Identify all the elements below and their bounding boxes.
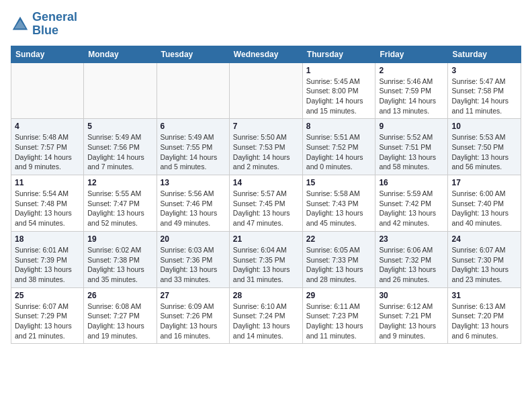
logo-text: General Blue	[32, 11, 77, 38]
day-info: Sunrise: 5:46 AMSunset: 7:59 PMDaylight:…	[379, 77, 444, 116]
col-header-monday: Monday	[84, 46, 157, 62]
day-info: Sunrise: 5:53 AMSunset: 7:50 PMDaylight:…	[451, 132, 517, 172]
day-info: Sunrise: 6:00 AMSunset: 7:40 PMDaylight:…	[451, 189, 517, 228]
col-header-friday: Friday	[375, 46, 448, 62]
day-info: Sunrise: 5:59 AMSunset: 7:42 PMDaylight:…	[379, 189, 444, 228]
col-header-thursday: Thursday	[302, 46, 375, 62]
calendar-day-cell: 26Sunrise: 6:08 AMSunset: 7:27 PMDayligh…	[84, 287, 157, 344]
day-info: Sunrise: 5:58 AMSunset: 7:43 PMDaylight:…	[306, 189, 372, 228]
calendar-day-cell: 31Sunrise: 6:13 AMSunset: 7:20 PMDayligh…	[448, 287, 521, 344]
calendar-day-cell: 25Sunrise: 6:07 AMSunset: 7:29 PMDayligh…	[11, 287, 84, 344]
day-number: 28	[233, 291, 299, 300]
calendar-day-cell: 3Sunrise: 5:47 AMSunset: 7:58 PMDaylight…	[448, 62, 521, 119]
calendar-day-cell: 30Sunrise: 6:12 AMSunset: 7:21 PMDayligh…	[375, 287, 448, 344]
col-header-tuesday: Tuesday	[157, 46, 229, 62]
day-info: Sunrise: 5:49 AMSunset: 7:55 PMDaylight:…	[161, 132, 226, 172]
logo-icon	[11, 15, 30, 34]
day-number: 31	[451, 291, 517, 300]
day-info: Sunrise: 5:55 AMSunset: 7:47 PMDaylight:…	[87, 189, 152, 228]
col-header-sunday: Sunday	[11, 46, 84, 62]
day-number: 7	[233, 122, 299, 131]
day-number: 1	[306, 66, 372, 75]
calendar-day-cell: 17Sunrise: 6:00 AMSunset: 7:40 PMDayligh…	[448, 175, 521, 232]
calendar-day-cell: 12Sunrise: 5:55 AMSunset: 7:47 PMDayligh…	[84, 175, 157, 232]
day-number: 14	[233, 178, 299, 187]
day-number: 6	[161, 122, 226, 131]
calendar-day-cell: 4Sunrise: 5:48 AMSunset: 7:57 PMDaylight…	[11, 119, 84, 175]
day-number: 13	[161, 178, 226, 187]
day-info: Sunrise: 6:13 AMSunset: 7:20 PMDaylight:…	[451, 302, 517, 341]
day-info: Sunrise: 6:07 AMSunset: 7:30 PMDaylight:…	[451, 245, 517, 285]
day-number: 20	[161, 234, 226, 244]
calendar-header-row: SundayMondayTuesdayWednesdayThursdayFrid…	[11, 46, 521, 62]
calendar-day-cell: 6Sunrise: 5:49 AMSunset: 7:55 PMDaylight…	[157, 119, 229, 175]
day-info: Sunrise: 6:10 AMSunset: 7:24 PMDaylight:…	[233, 302, 299, 341]
day-number: 10	[451, 122, 517, 131]
calendar-day-cell: 8Sunrise: 5:51 AMSunset: 7:52 PMDaylight…	[302, 119, 375, 175]
day-number: 22	[306, 234, 372, 244]
day-number: 4	[15, 122, 80, 131]
calendar-table: SundayMondayTuesdayWednesdayThursdayFrid…	[11, 46, 521, 345]
page-header: General Blue	[11, 11, 521, 38]
day-number: 16	[379, 178, 444, 187]
day-info: Sunrise: 5:54 AMSunset: 7:48 PMDaylight:…	[15, 189, 80, 228]
calendar-day-cell: 28Sunrise: 6:10 AMSunset: 7:24 PMDayligh…	[229, 287, 302, 344]
day-info: Sunrise: 5:57 AMSunset: 7:45 PMDaylight:…	[233, 189, 299, 228]
day-info: Sunrise: 6:04 AMSunset: 7:35 PMDaylight:…	[233, 245, 299, 285]
day-info: Sunrise: 6:06 AMSunset: 7:32 PMDaylight:…	[379, 245, 444, 285]
day-number: 17	[451, 178, 517, 187]
day-number: 18	[15, 234, 80, 244]
day-info: Sunrise: 6:01 AMSunset: 7:39 PMDaylight:…	[15, 245, 80, 285]
col-header-wednesday: Wednesday	[229, 46, 302, 62]
calendar-week-row: 25Sunrise: 6:07 AMSunset: 7:29 PMDayligh…	[11, 287, 521, 344]
calendar-day-cell	[84, 62, 157, 119]
calendar-day-cell: 20Sunrise: 6:03 AMSunset: 7:36 PMDayligh…	[157, 231, 229, 287]
day-info: Sunrise: 6:05 AMSunset: 7:33 PMDaylight:…	[306, 245, 372, 285]
day-number: 30	[379, 291, 444, 300]
calendar-day-cell: 5Sunrise: 5:49 AMSunset: 7:56 PMDaylight…	[84, 119, 157, 175]
day-number: 26	[87, 291, 152, 300]
calendar-day-cell: 21Sunrise: 6:04 AMSunset: 7:35 PMDayligh…	[229, 231, 302, 287]
day-info: Sunrise: 5:52 AMSunset: 7:51 PMDaylight:…	[379, 132, 444, 172]
day-number: 8	[306, 122, 372, 131]
day-number: 23	[379, 234, 444, 244]
calendar-day-cell: 18Sunrise: 6:01 AMSunset: 7:39 PMDayligh…	[11, 231, 84, 287]
calendar-day-cell: 11Sunrise: 5:54 AMSunset: 7:48 PMDayligh…	[11, 175, 84, 232]
day-number: 2	[379, 66, 444, 75]
day-number: 19	[87, 234, 152, 244]
day-number: 21	[233, 234, 299, 244]
day-info: Sunrise: 6:07 AMSunset: 7:29 PMDaylight:…	[15, 302, 80, 341]
day-info: Sunrise: 6:09 AMSunset: 7:26 PMDaylight:…	[161, 302, 226, 341]
day-info: Sunrise: 5:47 AMSunset: 7:58 PMDaylight:…	[451, 77, 517, 116]
calendar-day-cell: 15Sunrise: 5:58 AMSunset: 7:43 PMDayligh…	[302, 175, 375, 232]
day-number: 9	[379, 122, 444, 131]
day-info: Sunrise: 5:45 AMSunset: 8:00 PMDaylight:…	[306, 77, 372, 116]
calendar-day-cell: 27Sunrise: 6:09 AMSunset: 7:26 PMDayligh…	[157, 287, 229, 344]
day-number: 11	[15, 178, 80, 187]
day-info: Sunrise: 6:08 AMSunset: 7:27 PMDaylight:…	[87, 302, 152, 341]
calendar-day-cell: 22Sunrise: 6:05 AMSunset: 7:33 PMDayligh…	[302, 231, 375, 287]
day-info: Sunrise: 5:56 AMSunset: 7:46 PMDaylight:…	[161, 189, 226, 228]
day-info: Sunrise: 6:12 AMSunset: 7:21 PMDaylight:…	[379, 302, 444, 341]
calendar-day-cell: 29Sunrise: 6:11 AMSunset: 7:23 PMDayligh…	[302, 287, 375, 344]
day-info: Sunrise: 6:03 AMSunset: 7:36 PMDaylight:…	[161, 245, 226, 285]
day-info: Sunrise: 5:50 AMSunset: 7:53 PMDaylight:…	[233, 132, 299, 172]
calendar-day-cell: 2Sunrise: 5:46 AMSunset: 7:59 PMDaylight…	[375, 62, 448, 119]
day-number: 3	[451, 66, 517, 75]
calendar-day-cell: 7Sunrise: 5:50 AMSunset: 7:53 PMDaylight…	[229, 119, 302, 175]
day-info: Sunrise: 6:02 AMSunset: 7:38 PMDaylight:…	[87, 245, 152, 285]
day-info: Sunrise: 5:51 AMSunset: 7:52 PMDaylight:…	[306, 132, 372, 172]
day-info: Sunrise: 5:48 AMSunset: 7:57 PMDaylight:…	[15, 132, 80, 172]
calendar-week-row: 4Sunrise: 5:48 AMSunset: 7:57 PMDaylight…	[11, 119, 521, 175]
calendar-week-row: 18Sunrise: 6:01 AMSunset: 7:39 PMDayligh…	[11, 231, 521, 287]
calendar-day-cell: 10Sunrise: 5:53 AMSunset: 7:50 PMDayligh…	[448, 119, 521, 175]
calendar-day-cell: 13Sunrise: 5:56 AMSunset: 7:46 PMDayligh…	[157, 175, 229, 232]
day-info: Sunrise: 6:11 AMSunset: 7:23 PMDaylight:…	[306, 302, 372, 341]
calendar-week-row: 11Sunrise: 5:54 AMSunset: 7:48 PMDayligh…	[11, 175, 521, 232]
day-number: 5	[87, 122, 152, 131]
calendar-day-cell: 16Sunrise: 5:59 AMSunset: 7:42 PMDayligh…	[375, 175, 448, 232]
calendar-day-cell: 14Sunrise: 5:57 AMSunset: 7:45 PMDayligh…	[229, 175, 302, 232]
calendar-day-cell: 19Sunrise: 6:02 AMSunset: 7:38 PMDayligh…	[84, 231, 157, 287]
day-number: 15	[306, 178, 372, 187]
col-header-saturday: Saturday	[448, 46, 521, 62]
